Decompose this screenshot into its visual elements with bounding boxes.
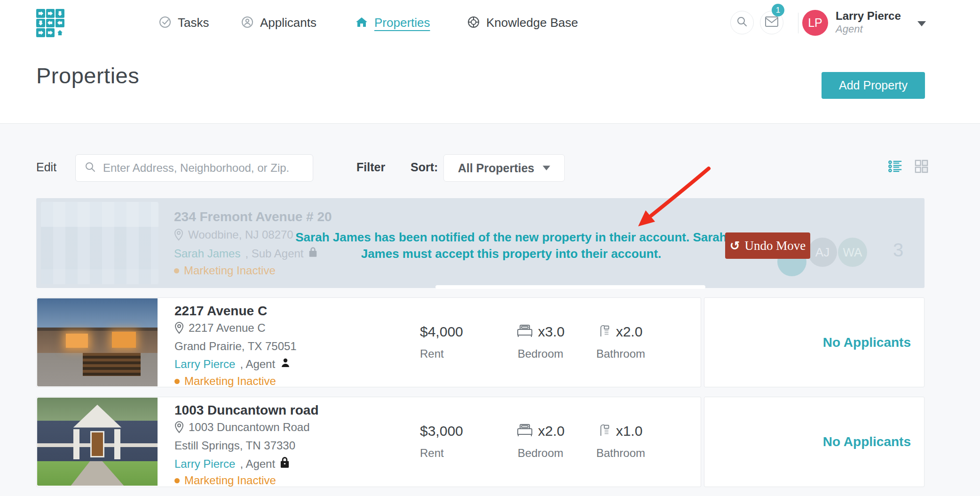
agent-link[interactable]: Larry Pierce: [174, 457, 235, 471]
property-title[interactable]: 1003 Duncantown road: [174, 403, 319, 418]
add-property-button[interactable]: Add Property: [822, 72, 925, 99]
logo-tile: [36, 28, 45, 37]
marketing-status-dot: [174, 268, 179, 273]
avatar-aj: AJ: [808, 238, 837, 267]
page-title: Properties: [36, 63, 139, 88]
user-circle-icon: [241, 16, 254, 31]
logo-tile: [55, 9, 64, 18]
marketing-status-dot: [174, 478, 180, 483]
shower-icon: [599, 424, 611, 439]
app-logo[interactable]: [36, 9, 64, 37]
bedroom-label: Bedroom: [518, 447, 563, 460]
location-pin-icon: [174, 322, 184, 334]
sort-label: Sort:: [411, 160, 438, 174]
sort-dropdown-value: All Properties: [458, 161, 535, 175]
nav-knowledge-base-label: Knowledge Base: [486, 16, 578, 30]
shower-icon: [599, 324, 611, 339]
bed-icon: [516, 324, 533, 340]
notification-property-row: 234 Fremont Avenue # 20 Woodbine, NJ 082…: [36, 198, 925, 288]
nav-applicants-label: Applicants: [260, 16, 316, 30]
search-button[interactable]: [730, 11, 754, 34]
bedroom-count: x3.0: [538, 324, 565, 340]
bathroom-count: x1.0: [616, 423, 643, 439]
logo-tile: [46, 28, 55, 37]
life-ring-icon: [467, 16, 480, 31]
applicants-status: No Applicants: [823, 434, 911, 449]
bedroom-count: x2.0: [538, 423, 565, 439]
edit-button[interactable]: Edit: [36, 160, 56, 174]
location-pin-icon: [174, 229, 183, 241]
undo-move-button[interactable]: ↺ Undo Move: [725, 232, 810, 259]
nav-applicants[interactable]: Applicants: [241, 0, 316, 46]
filter-button[interactable]: Filter: [356, 160, 385, 174]
header-vertical-divider: [798, 13, 798, 33]
nav-knowledge-base[interactable]: Knowledge Base: [467, 0, 578, 46]
bedroom-label: Bedroom: [518, 347, 563, 360]
avatar-wa: WA: [838, 238, 867, 267]
user-name: Larry Pierce: [836, 9, 901, 23]
property-address: 2217 Avenue C: [189, 321, 266, 335]
chevron-down-icon: [543, 166, 550, 170]
property-title[interactable]: 2217 Avenue C: [174, 304, 267, 319]
agent-role: , Agent: [240, 358, 275, 371]
property-city: Grand Prairie, TX 75051: [174, 340, 297, 353]
logo-house-tile: [55, 28, 64, 37]
row-horizontal-scrollbar[interactable]: [435, 285, 705, 289]
nav-tasks-label: Tasks: [178, 16, 209, 30]
search-input[interactable]: [103, 161, 304, 175]
sort-dropdown[interactable]: All Properties: [443, 154, 565, 182]
bed-icon: [516, 423, 533, 439]
property-search-box: [75, 154, 313, 182]
property-row: 1003 Duncantown road 1003 Duncantown Roa…: [36, 397, 925, 487]
person-icon: [280, 357, 291, 371]
agent-link[interactable]: Larry Pierce: [174, 358, 235, 371]
location-pin-icon: [174, 421, 184, 433]
property-photo-apartment: [41, 202, 158, 284]
marketing-status-dot: [174, 379, 180, 384]
bathroom-count: x2.0: [616, 324, 643, 340]
applicants-panel: No Applicants: [704, 297, 925, 387]
mail-icon: [765, 16, 778, 29]
bathroom-label: Bathroom: [596, 347, 645, 360]
logo-tile: [36, 19, 45, 28]
applicants-panel: No Applicants: [704, 397, 925, 487]
applicants-status: No Applicants: [823, 335, 911, 350]
search-icon: [736, 16, 748, 30]
search-icon: [84, 161, 96, 175]
undo-icon: ↺: [730, 240, 740, 252]
grid-view-toggle[interactable]: [914, 159, 929, 176]
agent-link: Sarah James: [174, 247, 240, 260]
rent-value: $4,000: [420, 324, 463, 340]
property-photo-craftsman-house: [37, 398, 158, 486]
nav-tasks[interactable]: Tasks: [158, 0, 209, 46]
user-menu-caret-icon[interactable]: [917, 21, 926, 26]
user-avatar[interactable]: LP: [802, 10, 828, 36]
list-view-toggle[interactable]: [888, 159, 903, 176]
check-circle-icon: [158, 16, 172, 31]
logo-tile: [55, 19, 64, 28]
rent-label: Rent: [420, 347, 444, 360]
logo-tile: [36, 9, 45, 18]
property-card[interactable]: 1003 Duncantown road 1003 Duncantown Roa…: [36, 397, 701, 487]
nav-properties[interactable]: Properties: [355, 0, 430, 46]
nav-properties-label: Properties: [374, 16, 430, 30]
home-icon: [355, 16, 368, 31]
marketing-status: Marketing Inactive: [184, 264, 276, 277]
property-row: 2217 Avenue C 2217 Avenue C Grand Prairi…: [36, 297, 925, 387]
logo-tile: [46, 19, 55, 28]
rent-label: Rent: [420, 447, 444, 460]
header-divider: [0, 123, 980, 124]
mail-badge: 1: [772, 4, 784, 16]
notification-message: Sarah James has been notified of the new…: [262, 229, 760, 262]
marketing-status: Marketing Inactive: [184, 375, 276, 388]
marketing-status: Marketing Inactive: [184, 474, 276, 487]
lock-icon: [280, 456, 290, 471]
logo-tile: [46, 9, 55, 18]
property-city: Estill Springs, TN 37330: [174, 439, 295, 452]
rent-value: $3,000: [420, 423, 463, 439]
property-card[interactable]: 2217 Avenue C 2217 Avenue C Grand Prairi…: [36, 297, 701, 387]
avatar-overflow-count: 3: [893, 240, 903, 261]
property-title: 234 Fremont Avenue # 20: [174, 209, 332, 224]
bathroom-label: Bathroom: [596, 447, 645, 460]
user-role: Agent: [836, 23, 863, 35]
